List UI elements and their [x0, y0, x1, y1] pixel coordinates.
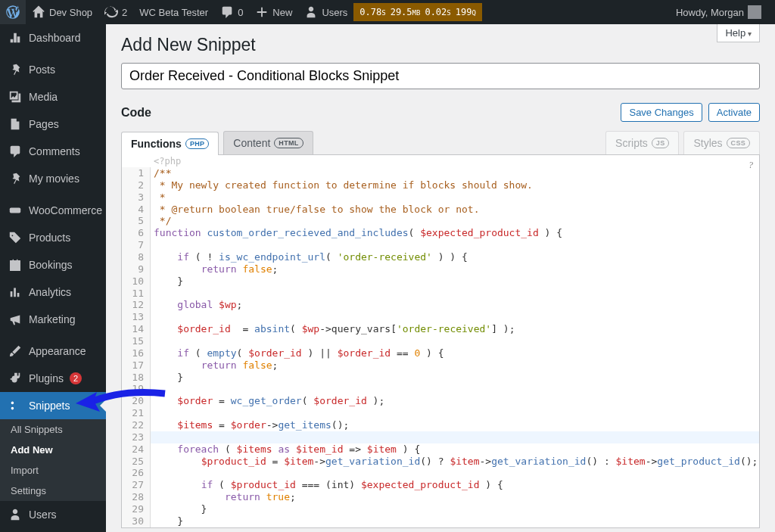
wp-logo[interactable]	[0, 0, 26, 24]
comments[interactable]: 0	[214, 0, 249, 24]
my-account[interactable]: Howdy, Morgan	[670, 0, 767, 24]
debug-badge[interactable]: 0.78S 29.5MB 0.02S 199Q	[353, 3, 482, 21]
new-content[interactable]: New	[249, 0, 298, 24]
site-name[interactable]: Dev Shop	[26, 0, 98, 24]
avatar	[748, 5, 761, 19]
person-icon	[304, 5, 318, 19]
home-icon	[32, 5, 45, 19]
updates[interactable]: 2	[98, 0, 133, 24]
wc-beta-tester[interactable]: WC Beta Tester	[133, 0, 214, 24]
wordpress-icon	[6, 5, 20, 19]
admin-bar: Dev Shop 2 WC Beta Tester 0 New Users 0.…	[0, 0, 775, 24]
plus-icon	[255, 5, 269, 19]
users-bar[interactable]: Users	[298, 0, 353, 24]
update-icon	[104, 5, 118, 19]
comment-icon	[220, 5, 234, 19]
